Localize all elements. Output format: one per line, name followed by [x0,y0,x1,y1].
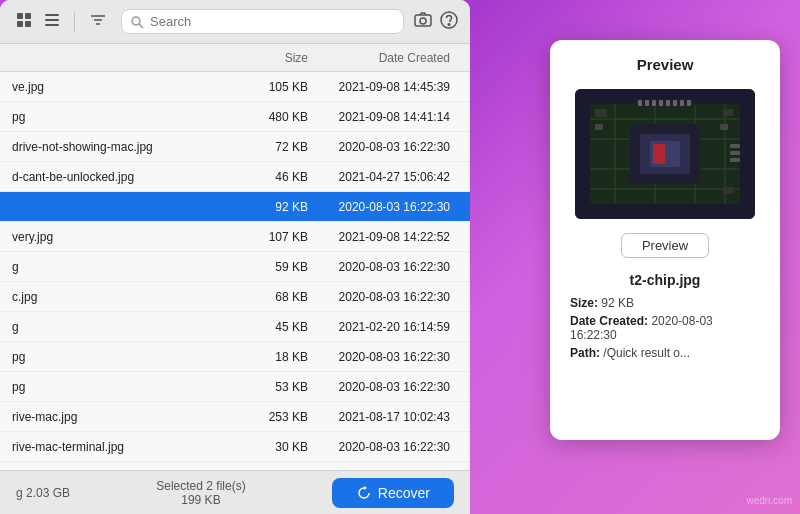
camera-button[interactable] [414,11,432,32]
search-input[interactable] [150,14,395,29]
watermark: wedn.com [746,495,792,506]
file-name: g [12,260,228,274]
file-size: 253 KB [228,410,308,424]
recover-button[interactable]: Recover [332,478,454,508]
search-icon [130,15,144,29]
svg-rect-37 [730,158,740,162]
storage-info: g 2.03 GB [16,486,70,500]
file-date: 2021-04-27 15:06:42 [308,170,458,184]
file-date: 2020-08-03 16:22:30 [308,290,458,304]
file-row[interactable]: c.jpg 68 KB 2020-08-03 16:22:30 [0,282,470,312]
svg-rect-0 [17,13,23,19]
svg-rect-33 [720,124,728,130]
file-row[interactable]: very.jpg 107 KB 2021-09-08 14:22:52 [0,222,470,252]
svg-rect-4 [45,14,59,16]
bottom-bar: g 2.03 GB Selected 2 file(s) 199 KB Reco… [0,470,470,514]
file-size: 480 KB [228,110,308,124]
file-name: pg [12,350,228,364]
svg-rect-40 [645,100,649,106]
date-label: Date Created: [570,314,648,328]
svg-rect-30 [595,109,607,117]
chip-board-svg [575,89,755,219]
file-size: 18 KB [228,350,308,364]
help-button[interactable] [440,11,458,32]
svg-line-11 [139,24,143,28]
file-row[interactable]: d-cant-be-unlocked.jpg 46 KB 2021-04-27 … [0,162,470,192]
svg-rect-1 [25,13,31,19]
file-row[interactable]: rive-mac.jpg 253 KB 2021-08-17 10:02:43 [0,402,470,432]
filter-button[interactable] [85,9,111,34]
list-view-button[interactable] [40,10,64,33]
file-date: 2021-09-08 14:41:14 [308,110,458,124]
svg-rect-31 [595,124,603,130]
file-size: 46 KB [228,170,308,184]
preview-size-row: Size: 92 KB [566,296,764,310]
storage-text: g 2.03 GB [16,486,70,500]
file-row[interactable]: ve.jpg 105 KB 2021-09-08 14:45:39 [0,72,470,102]
file-size: 105 KB [228,80,308,94]
file-row[interactable]: overy.jpg 63 KB 2021-09-14 17:55:42 [0,462,470,470]
file-list[interactable]: ve.jpg 105 KB 2021-09-08 14:45:39 pg 480… [0,72,470,470]
recover-button-label: Recover [378,485,430,501]
file-row[interactable]: drive-not-showing-mac.jpg 72 KB 2020-08-… [0,132,470,162]
file-row[interactable]: g 45 KB 2021-02-20 16:14:59 [0,312,470,342]
column-headers: Size Date Created [0,44,470,72]
file-row[interactable]: g 59 KB 2020-08-03 16:22:30 [0,252,470,282]
svg-rect-36 [730,151,740,155]
file-row[interactable]: pg 18 KB 2020-08-03 16:22:30 [0,342,470,372]
file-name: c.jpg [12,290,228,304]
file-date: 2020-08-03 16:22:30 [308,380,458,394]
svg-point-13 [420,18,426,24]
file-date: 2020-08-03 16:22:30 [308,350,458,364]
file-date: 2021-09-08 14:45:39 [308,80,458,94]
file-row[interactable]: 92 KB 2020-08-03 16:22:30 [0,192,470,222]
file-name: rive-mac.jpg [12,410,228,424]
file-name: g [12,320,228,334]
file-date: 2021-08-17 10:02:43 [308,410,458,424]
file-name: pg [12,110,228,124]
svg-rect-42 [659,100,663,106]
toolbar-right [414,11,458,32]
svg-rect-39 [638,100,642,106]
file-size: 72 KB [228,140,308,154]
file-name: drive-not-showing-mac.jpg [12,140,228,154]
file-row[interactable]: rive-mac-terminal.jpg 30 KB 2020-08-03 1… [0,432,470,462]
svg-point-10 [132,17,140,25]
preview-file-name: t2-chip.jpg [566,272,764,288]
file-size: 30 KB [228,440,308,454]
file-size: 107 KB [228,230,308,244]
file-info-section: t2-chip.jpg Size: 92 KB Date Created: 20… [566,272,764,364]
preview-path-row: Path: /Quick result o... [566,346,764,360]
svg-rect-2 [17,21,23,27]
col-header-date: Date Created [308,51,458,65]
file-name: very.jpg [12,230,228,244]
svg-rect-35 [730,144,740,148]
preview-date-row: Date Created: 2020-08-03 16:22:30 [566,314,764,342]
file-name: pg [12,380,228,394]
recover-icon [356,485,372,501]
file-row[interactable]: pg 53 KB 2020-08-03 16:22:30 [0,372,470,402]
preview-action-button[interactable]: Preview [621,233,709,258]
file-date: 2020-08-03 16:22:30 [308,200,458,214]
size-value: 92 KB [601,296,634,310]
main-window: Size Date Created ve.jpg 105 KB 2021-09-… [0,0,470,514]
file-row[interactable]: pg 480 KB 2021-09-08 14:41:14 [0,102,470,132]
selected-size-text: 199 KB [181,493,220,507]
svg-rect-44 [673,100,677,106]
grid-view-button[interactable] [12,10,36,33]
col-header-size: Size [228,51,308,65]
file-name: rive-mac-terminal.jpg [12,440,228,454]
file-date: 2020-08-03 16:22:30 [308,440,458,454]
selection-info: Selected 2 file(s) 199 KB [156,479,245,507]
search-box[interactable] [121,9,404,34]
toolbar [0,0,470,44]
file-size: 53 KB [228,380,308,394]
file-date: 2021-02-20 16:14:59 [308,320,458,334]
svg-rect-34 [723,187,733,194]
file-name: ve.jpg [12,80,228,94]
file-size: 68 KB [228,290,308,304]
toolbar-divider [74,12,75,32]
file-size: 59 KB [228,260,308,274]
svg-rect-46 [687,100,691,106]
file-date: 2021-09-08 14:22:52 [308,230,458,244]
